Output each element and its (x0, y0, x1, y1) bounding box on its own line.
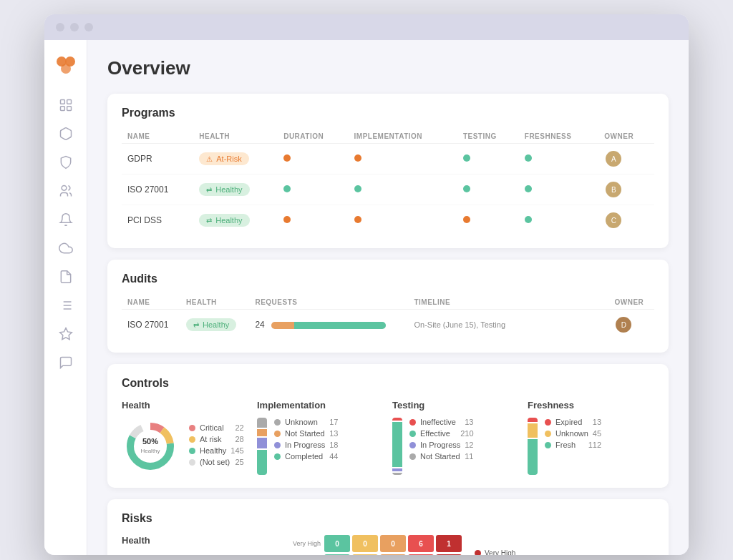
programs-name: GDPR (122, 144, 193, 175)
risks-donut: 50% Healthy (122, 553, 179, 555)
programs-duration (278, 175, 348, 205)
sidebar-icon-document[interactable] (58, 269, 74, 285)
sidebar-icon-chat[interactable] (58, 355, 74, 370)
audits-col-owner: OWNER (608, 295, 654, 310)
matrix-cell: 6 (408, 535, 434, 552)
matrix-cell: 0 (380, 535, 406, 552)
sidebar-icon-shield[interactable] (58, 154, 74, 170)
risk-matrix-section: Likelihood Very High 0 0 0 (279, 535, 654, 555)
programs-name: ISO 27001 (122, 175, 193, 205)
controls-health-legend: Critical22 At risk28 Healthy145 (Not set… (189, 423, 244, 469)
health-badge: ⇄Healthy (199, 183, 249, 196)
programs-owner: B (598, 175, 654, 205)
audits-row: ISO 27001 ⇄Healthy 24 On-Site (June 15),… (122, 310, 654, 340)
health-badge: ⇄Healthy (199, 214, 249, 227)
controls-card: Controls Health (107, 364, 669, 488)
sidebar (44, 40, 87, 555)
window-dot-2 (70, 23, 79, 31)
programs-freshness (519, 205, 599, 236)
programs-col-duration: DURATION (278, 129, 348, 144)
programs-col-health: HEALTH (193, 129, 278, 144)
health-badge: ⚠At-Risk (199, 152, 248, 165)
svg-text:50%: 50% (142, 437, 158, 446)
programs-owner: C (598, 205, 654, 236)
programs-health: ⇄Healthy (193, 175, 278, 205)
controls-title: Controls (122, 377, 654, 390)
audits-owner: D (608, 310, 654, 340)
audits-col-name: NAME (122, 295, 180, 310)
programs-col-implementation: IMPLEMENTATION (349, 129, 457, 144)
sidebar-icon-settings[interactable] (58, 326, 74, 342)
controls-testing-chart: Testing Ineffect (392, 400, 519, 475)
audits-col-requests: REQUESTS (249, 295, 408, 310)
logo[interactable] (54, 54, 77, 77)
sidebar-icon-list[interactable] (58, 298, 74, 313)
audits-name: ISO 27001 (122, 310, 180, 340)
programs-duration (278, 144, 348, 175)
programs-card: Programs NAME HEALTH DURATION IMPLEMENTA… (107, 94, 669, 248)
audits-health: ⇄Healthy (180, 310, 249, 340)
programs-testing (457, 144, 519, 175)
audits-title: Audits (122, 272, 654, 285)
svg-point-7 (62, 186, 67, 191)
app-window: Overview Programs NAME HEALTH DURATION I… (44, 14, 689, 555)
risks-card: Risks Health 50% (107, 499, 669, 555)
controls-freshness-subtitle: Freshness (528, 400, 654, 411)
svg-rect-3 (60, 100, 64, 104)
programs-freshness (519, 175, 599, 205)
controls-grid: Health (122, 400, 654, 475)
matrix-cell: 0 (324, 554, 350, 555)
sidebar-icon-package[interactable] (58, 126, 74, 142)
controls-health-chart: Health (122, 400, 248, 475)
audit-owner-avatar: D (614, 315, 633, 334)
svg-point-2 (61, 64, 71, 74)
audits-card: Audits NAME HEALTH REQUESTS TIMELINE OWN… (107, 260, 669, 353)
programs-implementation (349, 205, 457, 236)
controls-testing-subtitle: Testing (392, 400, 519, 411)
sidebar-icon-grid[interactable] (58, 97, 74, 113)
owner-avatar: B (604, 180, 623, 199)
programs-duration (278, 205, 348, 236)
programs-health: ⇄Healthy (193, 205, 278, 236)
programs-testing (457, 205, 519, 236)
matrix-cell: 0 (324, 535, 350, 552)
programs-implementation (349, 175, 457, 205)
audits-col-health: HEALTH (180, 295, 249, 310)
risk-matrix-legend: Very High High Moderate Low Very Low Not… (475, 549, 515, 555)
programs-health: ⚠At-Risk (193, 144, 278, 175)
audits-timeline: On-Site (June 15), Testing (408, 310, 608, 340)
sidebar-icon-bell[interactable] (58, 212, 74, 227)
audits-requests: 24 (249, 310, 408, 340)
title-bar (44, 14, 689, 40)
audits-table: NAME HEALTH REQUESTS TIMELINE OWNER ISO … (122, 295, 654, 340)
programs-col-testing: TESTING (457, 129, 519, 144)
audit-health-badge: ⇄Healthy (186, 318, 236, 331)
risks-title: Risks (122, 512, 654, 525)
matrix-cell: 1 (436, 554, 462, 555)
page-title: Overview (107, 57, 669, 79)
controls-testing-legend: Ineffective13 Effective210 In Progress12… (409, 418, 474, 463)
controls-freshness-chart: Freshness Expired13 (528, 400, 654, 475)
owner-avatar: A (604, 149, 623, 168)
programs-testing (457, 175, 519, 205)
sidebar-icon-users[interactable] (58, 183, 74, 199)
programs-row: ISO 27001 ⇄Healthy B (122, 175, 654, 205)
matrix-cell: 1 (436, 535, 462, 552)
programs-table: NAME HEALTH DURATION IMPLEMENTATION TEST… (122, 129, 654, 235)
programs-owner: A (598, 144, 654, 175)
controls-health-subtitle: Health (122, 400, 248, 411)
risks-health-subtitle: Health (122, 535, 265, 546)
controls-freshness-legend: Expired13 Unknown45 Fresh112 (545, 418, 601, 452)
programs-title: Programs (122, 107, 654, 119)
matrix-cell: 1 (408, 554, 434, 555)
programs-name: PCI DSS (122, 205, 193, 236)
svg-rect-6 (67, 107, 71, 111)
sidebar-icon-cloud[interactable] (58, 240, 74, 256)
audits-col-timeline: TIMELINE (408, 295, 608, 310)
svg-rect-5 (60, 107, 64, 111)
programs-col-freshness: FRESHNESS (519, 129, 599, 144)
controls-implementation-chart: Implementation U (257, 400, 384, 475)
controls-donut: 50% Healthy (122, 418, 179, 475)
matrix-cell: 1 (352, 554, 378, 555)
svg-rect-4 (67, 100, 71, 104)
